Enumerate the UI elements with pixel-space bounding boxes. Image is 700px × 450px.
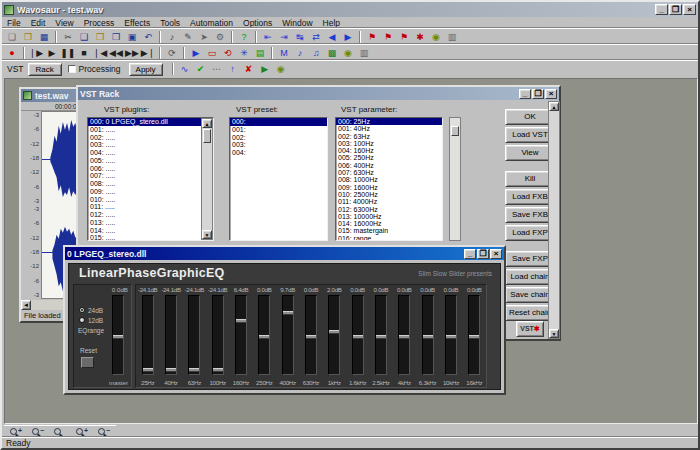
trash-icon[interactable]: ▥	[444, 30, 460, 43]
plugin-list-item[interactable]: 003: .....	[88, 141, 213, 149]
marker-all-icon[interactable]: ✱	[412, 30, 428, 43]
help-icon[interactable]: ?	[236, 30, 252, 43]
rewind-icon[interactable]: ◀◀	[108, 46, 124, 59]
save-icon[interactable]: ▦	[36, 30, 52, 43]
settings-key-icon[interactable]: ⚙	[212, 30, 228, 43]
eq-close-button[interactable]: ×	[490, 249, 502, 259]
plugin-list-item[interactable]: 013: .....	[88, 219, 213, 227]
cut-icon[interactable]: ✂	[60, 30, 76, 43]
undo-icon[interactable]: ↶	[140, 30, 156, 43]
eq-titlebar[interactable]: 0 LPGEQ_stereo.dll _ ❐ ×	[65, 247, 504, 260]
replay-icon[interactable]: ⟲	[220, 46, 236, 59]
band-slider-thumb[interactable]	[259, 335, 269, 339]
preview-play-icon[interactable]: ▶	[257, 63, 273, 76]
forward-icon[interactable]: ▶▶	[124, 46, 140, 59]
parameter-list-item[interactable]: 009: 1600Hz	[336, 184, 442, 191]
presets-list[interactable]: 000:001:002:003:004:	[229, 117, 328, 241]
band-slider-thumb[interactable]	[306, 335, 316, 339]
confirm-icon[interactable]: ✔	[193, 63, 209, 76]
parameters-list[interactable]: 000: 25Hz001: 40Hz002: 63Hz003: 100Hz004…	[335, 117, 443, 241]
marker-left-icon[interactable]: ⚑	[380, 30, 396, 43]
menu-item[interactable]: Edit	[26, 18, 51, 28]
selection-icon[interactable]: ▣	[124, 30, 140, 43]
close-button[interactable]: ×	[683, 4, 696, 15]
automation-curve-icon[interactable]: ∿	[177, 63, 193, 76]
band-slider[interactable]	[422, 295, 434, 375]
channel-config-icon[interactable]: ▩	[324, 46, 340, 59]
plugin-list-item[interactable]: 011: .....	[88, 203, 213, 211]
remove-icon[interactable]: ✘	[241, 63, 257, 76]
parameter-list-item[interactable]: 014: 16000Hz	[336, 220, 442, 227]
band-slider-thumb[interactable]	[376, 335, 386, 339]
band-slider-thumb[interactable]	[189, 368, 199, 372]
parameter-list-item[interactable]: 016: range	[336, 235, 442, 241]
lock2-icon[interactable]: ◉	[340, 46, 356, 59]
spectrum-icon[interactable]: ▤	[252, 46, 268, 59]
parameter-list-item[interactable]: 000: 25Hz	[336, 118, 442, 125]
rack-minimize-button[interactable]: _	[519, 89, 531, 99]
eq-range-radio[interactable]: 12dB	[79, 315, 103, 325]
plugins-list-scrollbar[interactable]: ▲ ▼	[201, 118, 213, 240]
scroll-up-arrow[interactable]: ▲	[549, 102, 559, 111]
lock-icon[interactable]: ◉	[428, 30, 444, 43]
band-slider[interactable]	[188, 295, 200, 375]
reset-button[interactable]	[81, 357, 94, 368]
vst-logo-button[interactable]: VST✱	[516, 321, 544, 337]
play-from-start-icon[interactable]: ❘▶	[28, 46, 44, 59]
write-protect-icon[interactable]: ◉	[273, 63, 289, 76]
go-start-icon[interactable]: ❘◀	[92, 46, 108, 59]
speaker-right-icon[interactable]: ♫	[308, 46, 324, 59]
select-to-end-icon[interactable]: ⇥	[276, 30, 292, 43]
parameter-list-item[interactable]: 002: 63Hz	[336, 133, 442, 140]
menu-item[interactable]: Automation	[185, 18, 238, 28]
open-folder-icon[interactable]: ❐	[20, 30, 36, 43]
parameter-list-item[interactable]: 015: mastergain	[336, 227, 442, 234]
band-slider[interactable]	[398, 295, 410, 375]
rack-close-button[interactable]: ×	[545, 89, 557, 99]
band-slider[interactable]	[328, 295, 340, 375]
master-slider-thumb[interactable]	[113, 335, 123, 339]
menu-item[interactable]: Options	[238, 18, 277, 28]
title-bar[interactable]: Wavosaur - test.wav _ ❐ ×	[2, 2, 698, 17]
plugin-list-item[interactable]: 015: .....	[88, 234, 213, 241]
parameter-list-item[interactable]: 008: 1000Hz	[336, 176, 442, 183]
rack-titlebar[interactable]: VST Rack _ ❐ ×	[78, 87, 559, 100]
band-slider-thumb[interactable]	[213, 368, 223, 372]
band-slider[interactable]	[468, 295, 480, 375]
band-slider[interactable]	[235, 295, 247, 375]
play-icon[interactable]: ▶	[44, 46, 60, 59]
paste-icon[interactable]: ❒	[92, 30, 108, 43]
trash2-icon[interactable]: ▥	[356, 46, 372, 59]
plugin-list-item[interactable]: 005: .....	[88, 157, 213, 165]
plugin-list-item[interactable]: 008: .....	[88, 180, 213, 188]
plugin-list-item[interactable]: 012: .....	[88, 211, 213, 219]
band-slider[interactable]	[445, 295, 457, 375]
eq-minimize-button[interactable]: _	[464, 249, 476, 259]
parameter-list-item[interactable]: 006: 400Hz	[336, 162, 442, 169]
parameter-list-item[interactable]: 007: 630Hz	[336, 169, 442, 176]
band-slider-thumb[interactable]	[423, 335, 433, 339]
param-up-icon[interactable]: ↑	[225, 63, 241, 76]
band-slider-thumb[interactable]	[353, 335, 363, 339]
pencil-icon[interactable]: ✎	[180, 30, 196, 43]
band-slider-thumb[interactable]	[446, 335, 456, 339]
band-slider[interactable]	[165, 295, 177, 375]
scroll-down-arrow[interactable]: ▼	[549, 329, 559, 338]
menu-item[interactable]: Window	[277, 18, 317, 28]
band-slider[interactable]	[212, 295, 224, 375]
menu-item[interactable]: Help	[318, 18, 345, 28]
plugin-list-item[interactable]: 004: .....	[88, 149, 213, 157]
plugin-list-item[interactable]: 010: .....	[88, 196, 213, 204]
parameter-list-item[interactable]: 003: 100Hz	[336, 140, 442, 147]
parameter-list-item[interactable]: 001: 40Hz	[336, 125, 442, 132]
mono-icon[interactable]: M	[276, 46, 292, 59]
band-slider-thumb[interactable]	[329, 330, 339, 334]
scroll-down-arrow[interactable]: ▼	[202, 230, 212, 239]
menu-item[interactable]: File	[2, 18, 26, 28]
rack-maximize-button[interactable]: ❐	[532, 89, 544, 99]
loop-icon[interactable]: ⟳	[164, 46, 180, 59]
scrollbar-thumb[interactable]	[203, 129, 211, 143]
extend-selection-icon[interactable]: ↹	[292, 30, 308, 43]
new-file-icon[interactable]: ❏	[4, 30, 20, 43]
menu-item[interactable]: Effects	[119, 18, 155, 28]
